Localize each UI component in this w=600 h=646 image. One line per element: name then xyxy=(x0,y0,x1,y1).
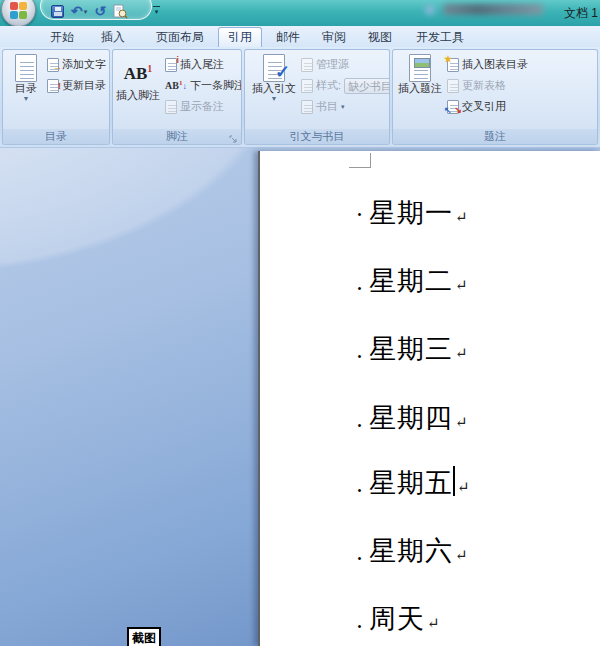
paragraph-mark-icon: ↵ xyxy=(455,208,468,226)
group-table-of-contents: 目录 ▼ → 添加文字▾ ! 更新目录 目录 xyxy=(2,49,110,145)
update-toc-icon: ! xyxy=(47,79,59,93)
quick-access-toolbar: ↶▾ ↺ xyxy=(40,0,152,20)
dropdown-caret-icon: ▼ xyxy=(251,95,297,103)
cross-reference-icon: ↘↖ xyxy=(447,100,459,114)
group-caption: 引文与书目 xyxy=(245,129,389,144)
paragraph-mark-icon: ↵ xyxy=(455,276,468,294)
insert-endnote-button[interactable]: i 插入尾注 xyxy=(165,56,242,73)
tab-mailings[interactable]: 邮件 xyxy=(268,29,308,47)
dropdown-caret-icon: ▾ xyxy=(109,61,110,69)
undo-icon[interactable]: ↶▾ xyxy=(71,5,87,18)
office-logo-icon xyxy=(10,2,28,20)
document-page[interactable]: ·星期一↵ .星期二↵ .星期三↵ .星期四↵ .星期五↵ .星期六↵ .周天↵ xyxy=(258,151,600,646)
paragraph-mark-icon: ↵ xyxy=(455,413,468,431)
bibliography-icon xyxy=(301,100,313,114)
style-select[interactable]: 缺少书目▾ xyxy=(344,78,390,94)
dropdown-caret-icon: ▼ xyxy=(7,95,45,103)
toc-icon xyxy=(15,54,37,82)
insert-caption-icon xyxy=(409,54,431,82)
group-caption: 目录 xyxy=(3,129,109,144)
toc-button[interactable]: 目录 ▼ xyxy=(7,54,45,103)
document-workspace: ·星期一↵ .星期二↵ .星期三↵ .星期四↵ .星期五↵ .星期六↵ .周天↵ xyxy=(0,148,600,646)
next-footnote-button[interactable]: AB1↓ 下一条脚注▾ xyxy=(165,77,242,94)
paragraph-mark-icon: ↵ xyxy=(457,478,470,496)
style-row: 样式: 缺少书目▾ xyxy=(301,77,390,94)
paragraph-mark-icon: ↵ xyxy=(427,614,440,632)
doc-line-thursday[interactable]: .星期四↵ xyxy=(356,400,468,436)
cross-reference-button[interactable]: ↘↖ 交叉引用 xyxy=(447,98,528,115)
tab-page-layout[interactable]: 页面布局 xyxy=(144,29,216,47)
doc-line-sunday[interactable]: .周天↵ xyxy=(356,601,440,637)
dialog-launcher-icon[interactable] xyxy=(228,131,239,142)
paragraph-mark-icon: ↵ xyxy=(455,344,468,362)
group-citations-bibliography: ✓ 插入引文 ▼ 管理源 样式: 缺少书目▾ 书目▾ xyxy=(244,49,390,145)
margin-crop-mark xyxy=(349,153,371,168)
paragraph-mark-icon: ↵ xyxy=(455,546,468,564)
document-title: 文档 1 xyxy=(564,5,598,22)
tab-home[interactable]: 开始 xyxy=(42,29,82,47)
insert-table-of-figures-icon: ★ xyxy=(447,58,459,72)
customize-quick-access-icon[interactable]: ▾ xyxy=(153,6,160,15)
add-text-icon: → xyxy=(47,58,59,72)
office-button[interactable] xyxy=(1,0,36,27)
screenshot-watermark-badge: 截图 xyxy=(127,627,161,646)
doc-line-saturday[interactable]: .星期六↵ xyxy=(356,533,468,569)
tab-view[interactable]: 视图 xyxy=(360,29,400,47)
style-icon xyxy=(301,79,313,93)
group-caption: 题注 xyxy=(393,129,597,144)
ribbon-tab-row: 开始 插入 页面布局 引用 邮件 审阅 视图 开发工具 xyxy=(0,26,600,47)
print-preview-icon[interactable] xyxy=(113,4,128,19)
tab-review[interactable]: 审阅 xyxy=(314,29,354,47)
doc-line-friday[interactable]: .星期五↵ xyxy=(356,465,470,501)
insert-citation-button[interactable]: ✓ 插入引文 ▼ xyxy=(251,54,297,103)
manage-sources-button[interactable]: 管理源 xyxy=(301,56,390,73)
insert-endnote-icon: i xyxy=(165,58,177,72)
title-bar: ↶▾ ↺ ▾ 文档 1 xyxy=(0,0,600,26)
insert-table-of-figures-button[interactable]: ★ 插入图表目录 xyxy=(447,56,528,73)
insert-footnote-icon: AB1 xyxy=(115,54,161,89)
show-notes-icon xyxy=(165,100,177,114)
save-icon[interactable] xyxy=(51,5,64,18)
tab-insert[interactable]: 插入 xyxy=(93,29,133,47)
insert-caption-button[interactable]: 插入题注 xyxy=(397,54,443,95)
ribbon: 目录 ▼ → 添加文字▾ ! 更新目录 目录 AB1 插入脚注 xyxy=(0,47,600,148)
update-table-button[interactable]: 更新表格 xyxy=(447,77,528,94)
update-table-icon xyxy=(447,79,459,93)
doc-line-wednesday[interactable]: .星期三↵ xyxy=(356,331,468,367)
dropdown-caret-icon: ▾ xyxy=(341,103,345,111)
redo-icon[interactable]: ↺ xyxy=(94,5,106,18)
insert-citation-icon: ✓ xyxy=(263,54,285,82)
redacted-title-text xyxy=(415,2,565,17)
next-footnote-icon: AB1↓ xyxy=(165,79,187,91)
add-text-button[interactable]: → 添加文字▾ xyxy=(47,56,110,73)
bibliography-button[interactable]: 书目▾ xyxy=(301,98,390,115)
manage-sources-icon xyxy=(301,58,313,72)
insert-footnote-button[interactable]: AB1 插入脚注 xyxy=(115,54,161,102)
tab-references[interactable]: 引用 xyxy=(218,27,262,47)
word-window: ↶▾ ↺ ▾ 文档 1 开始 插入 页面布局 引用 邮件 审阅 视图 开发工具 … xyxy=(0,0,600,646)
tab-developer[interactable]: 开发工具 xyxy=(408,29,472,47)
group-footnotes: AB1 插入脚注 i 插入尾注 AB1↓ 下一条脚注▾ 显示备注 脚注 xyxy=(112,49,242,145)
show-notes-button[interactable]: 显示备注 xyxy=(165,98,242,115)
text-cursor xyxy=(453,466,455,496)
update-toc-button[interactable]: ! 更新目录 xyxy=(47,77,110,94)
group-captions: 插入题注 ★ 插入图表目录 更新表格 ↘↖ 交叉引用 题注 xyxy=(392,49,598,145)
doc-line-tuesday[interactable]: .星期二↵ xyxy=(356,263,468,299)
doc-line-monday[interactable]: ·星期一↵ xyxy=(356,195,468,231)
group-caption: 脚注 xyxy=(113,129,241,144)
